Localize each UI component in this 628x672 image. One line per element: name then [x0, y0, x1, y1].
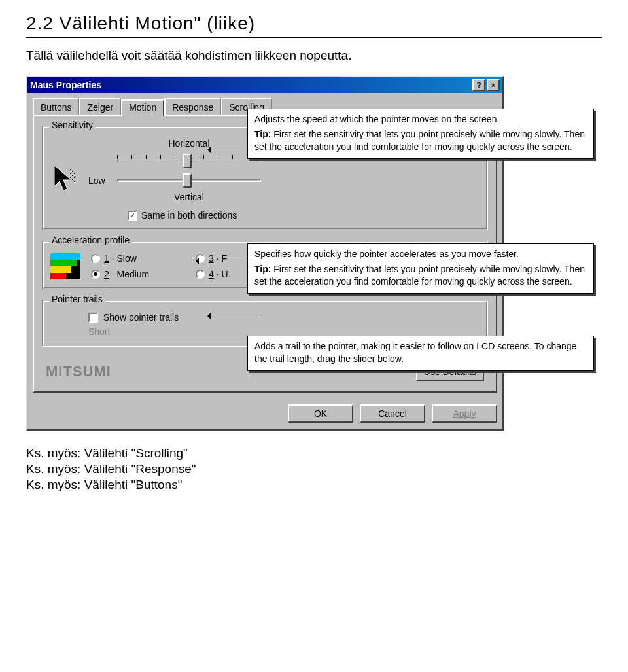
see-also-buttons: Ks. myös: Välilehti "Buttons" [26, 478, 602, 492]
svg-marker-0 [54, 166, 71, 190]
tab-buttons[interactable]: Buttons [33, 98, 79, 115]
brand-logo: MITSUMI [46, 363, 111, 380]
tab-motion[interactable]: Motion [121, 99, 164, 116]
heading-rule [26, 37, 602, 38]
vertical-slider[interactable] [117, 172, 261, 189]
low-label: Low [88, 175, 117, 186]
tooltip-accel-text1: Specifies how quickly the pointer accele… [254, 248, 587, 260]
section-description: Tällä välilehdellä voit säätää kohdistim… [26, 48, 602, 63]
pointer-trails-group-title: Pointer trails [49, 294, 105, 304]
sensitivity-group-title: Sensitivity [49, 120, 96, 130]
tab-response[interactable]: Response [164, 98, 221, 115]
cancel-button[interactable]: Cancel [360, 404, 425, 423]
section-heading: 2.2 Välilehti Motion" (liike) [26, 13, 602, 34]
radio-slow-label: 1 · Slow [104, 253, 137, 264]
help-button[interactable]: ? [472, 79, 485, 91]
tab-zeiger[interactable]: Zeiger [79, 98, 121, 115]
tooltip-acceleration: Specifies how quickly the pointer accele… [247, 243, 594, 294]
properties-dialog: Maus Properties ? × Buttons Zeiger Motio… [26, 76, 504, 431]
tooltip-trails-text: Adds a trail to the pointer, making it e… [254, 341, 576, 364]
see-also-section: Ks. myös: Välilehti "Scrolling" Ks. myös… [26, 446, 602, 492]
window-title: Maus Properties [30, 80, 471, 90]
dialog-buttons: OK Cancel Apply [27, 398, 502, 429]
tooltip-accel-tip-label: Tip: [254, 264, 271, 274]
tooltip-sensitivity: Adjusts the speed at which the pointer m… [247, 109, 594, 159]
cursor-icon [50, 163, 77, 196]
apply-button[interactable]: Apply [432, 404, 497, 423]
acceleration-icon [50, 253, 80, 279]
radio-4[interactable] [196, 270, 205, 279]
tooltip-sens-tip-label: Tip: [254, 129, 271, 139]
tooltip-sens-tip-text: First set the sensitivity that lets you … [254, 129, 585, 152]
close-button[interactable]: × [487, 79, 500, 91]
acceleration-group-title: Acceleration profile [49, 235, 132, 245]
ok-button[interactable]: OK [288, 404, 353, 423]
horizontal-slider[interactable] [117, 152, 261, 169]
same-both-label: Same in both directions [141, 210, 237, 221]
tooltip-trails: Adds a trail to the pointer, making it e… [247, 336, 594, 371]
radio-3-label: 3 · F [209, 253, 227, 264]
see-also-response: Ks. myös: Välilehti "Response" [26, 462, 602, 476]
radio-slow[interactable] [91, 254, 100, 263]
tooltip-leader-3 [205, 315, 260, 315]
tooltip-accel-tip-text: First set the sensitivity that lets you … [254, 264, 585, 287]
titlebar[interactable]: Maus Properties ? × [27, 77, 502, 93]
radio-medium[interactable] [91, 270, 100, 279]
show-trails-checkbox[interactable] [88, 313, 98, 323]
horizontal-label: Horizontal [117, 138, 261, 149]
tooltip-sens-text1: Adjusts the speed at which the pointer m… [254, 113, 587, 126]
radio-4-label: 4 · U [209, 269, 228, 279]
show-trails-label: Show pointer trails [103, 312, 179, 323]
see-also-scrolling: Ks. myös: Välilehti "Scrolling" [26, 446, 602, 461]
radio-medium-label: 2 · Medium [104, 269, 149, 279]
same-both-checkbox[interactable]: ✓ [128, 211, 137, 221]
vertical-label: Vertical [117, 192, 261, 202]
